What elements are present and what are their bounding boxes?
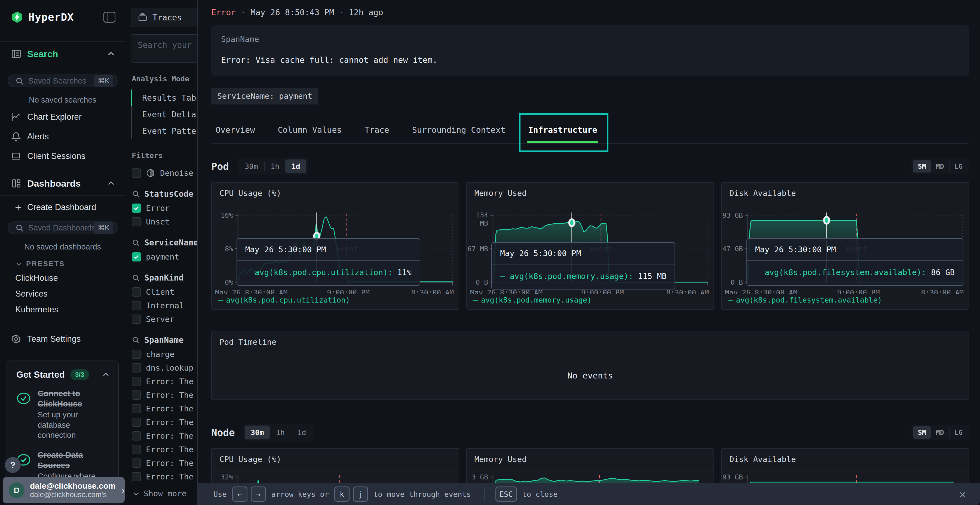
j-key[interactable]: j <box>353 486 368 502</box>
filter-option-row[interactable]: Server <box>130 312 197 326</box>
checkbox-checked[interactable] <box>132 203 141 213</box>
tab-surrounding-context[interactable]: Surrounding Context <box>409 118 508 143</box>
preset-clickhouse[interactable]: ClickHouse <box>0 270 125 286</box>
checkbox-unchecked[interactable] <box>132 418 141 427</box>
pod-disk-chart[interactable]: 93 GB47 GB0 BMay 26 8:30:00 AM9:00:00 PM… <box>722 204 969 294</box>
checkbox-unchecked[interactable] <box>132 168 141 178</box>
sidebar-section-dashboards[interactable]: Dashboards <box>0 171 125 196</box>
chart-card-pod-cpu: CPU Usage (%) 16%8%0%May 26 8:30:00 AM9:… <box>211 182 459 310</box>
pod-memory-chart[interactable]: 134MB67 MB0 BMay 26 8:30:00 AM9:00:00 PM… <box>467 204 714 294</box>
filter-option-label: dns.lookup <box>146 363 194 373</box>
checkbox-unchecked[interactable] <box>132 404 141 413</box>
get-started-item[interactable]: Connect to ClickHouse Set up your databa… <box>16 388 110 440</box>
filter-option-row[interactable]: Internal <box>130 299 197 312</box>
tab-column-values[interactable]: Column Values <box>275 118 345 143</box>
filter-option-row[interactable]: payment <box>130 250 197 264</box>
checkbox-unchecked[interactable] <box>132 314 141 324</box>
tab-trace[interactable]: Trace <box>362 118 392 143</box>
denoise-checkbox-row[interactable]: Denoise Results <box>130 166 197 180</box>
checkbox-unchecked[interactable] <box>132 363 141 373</box>
chart-legend[interactable]: —avg(k8s.pod.filesystem.available) <box>722 294 969 309</box>
help-button[interactable]: ? <box>5 457 21 473</box>
checkbox-unchecked[interactable] <box>132 377 141 386</box>
filter-groups: StatusCodeErrorUnsetServiceNamepaymentSp… <box>130 189 197 483</box>
chart-title: Disk Available <box>722 449 969 470</box>
filter-option-row[interactable]: Error: The cr <box>130 429 197 443</box>
checkbox-unchecked[interactable] <box>132 472 141 481</box>
checkbox-unchecked[interactable] <box>132 459 141 468</box>
filter-option-row[interactable]: Error <box>130 201 197 215</box>
filter-option-row[interactable]: Error: The cr <box>130 402 197 416</box>
node-range-1h[interactable]: 1h <box>270 426 291 440</box>
filter-option-row[interactable]: Error: The cr <box>130 443 197 456</box>
drawer-scroll-area[interactable]: Error · May 26 8:50:43 PM · 12h ago Span… <box>198 0 980 505</box>
chart-legend[interactable]: —avg(k8s.pod.cpu.utilization) <box>212 294 459 309</box>
checkbox-unchecked[interactable] <box>132 349 141 359</box>
checkbox-unchecked[interactable] <box>132 431 141 440</box>
pod-range-30m[interactable]: 30m <box>239 159 264 173</box>
saved-dashboards-input[interactable]: Saved Dashboards ⌘K <box>8 221 118 234</box>
node-range-30m[interactable]: 30m <box>245 426 270 440</box>
k-key[interactable]: k <box>334 486 350 502</box>
filter-option-row[interactable]: Error: The cr <box>130 416 197 429</box>
checkbox-checked[interactable] <box>132 252 141 262</box>
preset-services[interactable]: Services <box>0 286 125 302</box>
sidebar-item-alerts[interactable]: Alerts <box>0 127 125 146</box>
filter-option-row[interactable]: Error: The cr <box>130 470 197 483</box>
service-name-chip[interactable]: ServiceName: payment <box>211 87 318 105</box>
filter-option-row[interactable]: Error: The cr <box>130 388 197 402</box>
sidebar-item-client-sessions[interactable]: Client Sessions <box>0 146 125 166</box>
checkbox-unchecked[interactable] <box>132 301 141 310</box>
tab-overview[interactable]: Overview <box>213 118 258 143</box>
presets-toggle[interactable]: PRESETS <box>0 254 125 270</box>
filter-option-row[interactable]: Unset <box>130 215 197 229</box>
get-started-header[interactable]: Get Started 3/3 <box>16 369 110 380</box>
filter-option-row[interactable]: Error: The cr <box>130 456 197 470</box>
event-search-input[interactable]: Search your events <box>130 34 197 63</box>
analysis-mode-option[interactable]: Event Patterns <box>130 123 197 139</box>
arrow-right-key[interactable]: → <box>251 486 266 502</box>
checkbox-unchecked[interactable] <box>132 217 141 226</box>
esc-key[interactable]: ESC <box>495 486 517 502</box>
pod-size-lg[interactable]: LG <box>950 160 967 173</box>
analysis-mode-option[interactable]: Results Table <box>130 89 197 106</box>
checkbox-unchecked[interactable] <box>132 287 141 297</box>
preset-kubernetes[interactable]: Kubernetes <box>0 302 125 318</box>
pod-range-1d[interactable]: 1d <box>285 159 306 173</box>
sidebar-collapse-icon[interactable] <box>103 12 115 22</box>
create-dashboard-button[interactable]: Create Dashboard <box>0 196 125 213</box>
analysis-mode-option[interactable]: Event Deltas <box>130 106 197 123</box>
chart-title: Disk Available <box>722 183 969 204</box>
checkbox-unchecked[interactable] <box>132 445 141 454</box>
pod-range-1h[interactable]: 1h <box>265 159 286 173</box>
filter-option-row[interactable]: charge <box>130 348 197 361</box>
hyperdx-logo-icon <box>11 11 24 24</box>
node-size-sm[interactable]: SM <box>913 426 931 438</box>
saved-searches-input[interactable]: Saved Searches ⌘K <box>8 75 118 87</box>
filter-option-row[interactable]: Client <box>130 285 197 299</box>
tooltip-series-value: — avg(k8s.pod.memory.usage): 115 MB <box>492 264 675 289</box>
checkbox-unchecked[interactable] <box>132 391 141 400</box>
sidebar-item-chart-explorer[interactable]: Chart Explorer <box>0 107 125 127</box>
node-size-lg[interactable]: LG <box>950 426 967 438</box>
pod-size-sm[interactable]: SM <box>913 160 931 173</box>
pod-size-md[interactable]: MD <box>931 160 949 173</box>
sidebar-item-team-settings[interactable]: Team Settings <box>0 323 125 349</box>
arrow-left-key[interactable]: ← <box>232 486 247 502</box>
node-range-1d[interactable]: 1d <box>291 426 312 440</box>
pod-cpu-chart[interactable]: 16%8%0%May 26 8:30:00 AM9:00:00 PM8:30:0… <box>212 204 459 294</box>
detail-tabs: OverviewColumn ValuesTraceSurrounding Co… <box>211 118 969 144</box>
pod-timeline-empty: No events <box>212 353 969 399</box>
get-started-item-desc: Set up your database connection <box>38 410 110 440</box>
node-size-md[interactable]: MD <box>931 426 949 438</box>
source-select[interactable]: Traces <box>130 8 197 27</box>
tab-infrastructure[interactable]: Infrastructure <box>526 118 600 143</box>
show-more-button[interactable]: Show more <box>132 489 197 498</box>
avatar: D <box>9 483 24 498</box>
chart-legend[interactable]: —avg(k8s.pod.memory.usage) <box>467 294 714 309</box>
close-icon[interactable]: ✕ <box>959 488 966 500</box>
sidebar-section-search[interactable]: Search <box>0 41 125 67</box>
filter-option-row[interactable]: Error: The cr <box>130 375 197 388</box>
user-menu[interactable]: D dale@clickhouse.com dale@clickhouse.co… <box>3 477 125 503</box>
filter-option-row[interactable]: dns.lookup <box>130 361 197 375</box>
